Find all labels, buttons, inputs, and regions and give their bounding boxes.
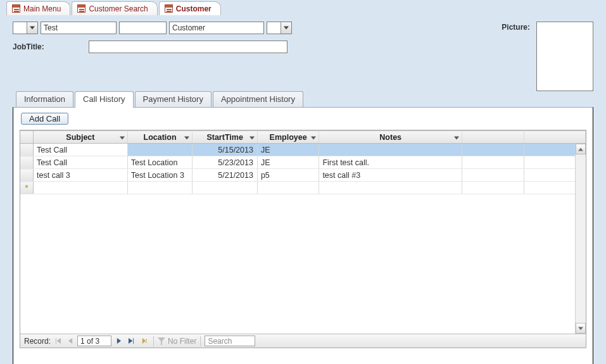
tab-information[interactable]: Information [16, 91, 73, 108]
row-selector[interactable] [20, 156, 34, 169]
cell-subject[interactable]: Test Call [34, 144, 128, 156]
scroll-up-icon[interactable] [576, 144, 586, 154]
row-selector[interactable] [20, 144, 34, 156]
chevron-down-icon[interactable] [454, 133, 459, 142]
vertical-scrollbar[interactable] [575, 144, 586, 334]
doc-tab-label: Customer Search [89, 4, 148, 13]
doc-tab-customer[interactable]: Customer [159, 1, 221, 15]
prefix-combo[interactable] [13, 22, 38, 34]
form-icon [12, 4, 20, 13]
col-blank-1[interactable] [462, 131, 524, 144]
nav-new-icon[interactable] [138, 336, 149, 347]
new-record-row[interactable]: * [20, 182, 586, 194]
col-starttime[interactable]: StartTime [193, 131, 258, 144]
call-grid: Subject Location StartTime Employee Note… [20, 130, 586, 348]
funnel-icon [158, 337, 165, 345]
col-blank-2[interactable] [524, 131, 585, 144]
col-employee[interactable]: Employee [257, 131, 319, 144]
cell-location[interactable]: Test Location [127, 156, 193, 169]
chevron-down-icon[interactable] [311, 133, 316, 142]
doc-tab-main-menu[interactable]: Main Menu [6, 1, 70, 15]
cell-starttime[interactable]: 5/15/2013 [193, 144, 258, 156]
tab-payment-history[interactable]: Payment History [135, 91, 211, 108]
scroll-down-icon[interactable] [576, 323, 586, 334]
select-all-handle[interactable] [20, 131, 34, 144]
chevron-down-icon[interactable] [120, 133, 125, 142]
col-location[interactable]: Location [127, 131, 193, 144]
last-name-input[interactable]: Customer [169, 22, 264, 34]
nav-prev-icon[interactable] [65, 336, 76, 347]
cell-location[interactable] [127, 144, 193, 156]
name-fields: Test Customer [13, 22, 292, 34]
cell-subject[interactable]: test call 3 [34, 169, 128, 182]
table-row[interactable]: test call 3 Test Location 3 5/21/2013 p5… [20, 169, 586, 182]
row-selector[interactable] [20, 169, 34, 182]
chevron-down-icon[interactable] [27, 22, 37, 34]
middle-name-input[interactable] [119, 22, 167, 34]
cell-employee[interactable]: JE [257, 144, 319, 156]
suffix-value [267, 27, 281, 29]
cell-notes[interactable] [319, 144, 462, 156]
form-icon [77, 4, 85, 13]
picture-box[interactable] [536, 22, 593, 91]
filter-indicator[interactable]: No Filter [158, 337, 196, 346]
doc-tab-label: Main Menu [23, 4, 61, 13]
suffix-combo[interactable] [267, 22, 292, 34]
jobtitle-input[interactable] [89, 41, 287, 53]
customer-form: Test Customer Picture: JobTitle: Informa… [0, 15, 606, 364]
grid-header-row: Subject Location StartTime Employee Note… [20, 131, 586, 144]
record-navigator: Record: 1 of 3 No Filter Search [20, 334, 586, 348]
detail-tab-bar: Information Call History Payment History… [13, 91, 593, 108]
col-subject[interactable]: Subject [34, 131, 128, 144]
filter-label: No Filter [168, 337, 196, 346]
cell-employee[interactable]: p5 [257, 169, 319, 182]
tab-appointment-history[interactable]: Appointment History [213, 91, 303, 108]
picture-label: Picture: [502, 22, 530, 32]
col-notes[interactable]: Notes [319, 131, 462, 144]
separator [153, 336, 154, 346]
chevron-down-icon[interactable] [184, 133, 189, 142]
table-row[interactable]: Test Call 5/15/2013 JE [20, 144, 586, 156]
table-row[interactable]: Test Call Test Location 5/23/2013 JE Fir… [20, 156, 586, 169]
record-label: Record: [24, 337, 51, 346]
chevron-down-icon[interactable] [281, 22, 291, 34]
doc-tab-label: Customer [176, 4, 211, 13]
form-icon [165, 4, 173, 13]
separator [200, 336, 201, 346]
cell-location[interactable]: Test Location 3 [127, 169, 193, 182]
add-call-button[interactable]: Add Call [21, 113, 68, 125]
tab-call-history[interactable]: Call History [75, 91, 133, 108]
nav-first-icon[interactable] [52, 336, 63, 347]
search-input[interactable]: Search [205, 336, 255, 346]
cell-starttime[interactable]: 5/23/2013 [193, 156, 258, 169]
cell-subject[interactable]: Test Call [34, 156, 128, 169]
first-name-input[interactable]: Test [41, 22, 117, 34]
prefix-value [13, 27, 27, 29]
nav-last-icon[interactable] [125, 336, 137, 347]
cell-employee[interactable]: JE [257, 156, 319, 169]
jobtitle-label: JobTitle: [13, 42, 82, 51]
doc-tab-customer-search[interactable]: Customer Search [72, 1, 157, 15]
cell-notes[interactable]: test call #3 [319, 169, 462, 182]
cell-starttime[interactable]: 5/21/2013 [193, 169, 258, 182]
call-history-page: Add Call Subject Location StartTime Empl… [13, 107, 593, 364]
cell-notes[interactable]: First test call. [319, 156, 462, 169]
chevron-down-icon[interactable] [249, 133, 255, 142]
nav-next-icon[interactable] [113, 336, 124, 347]
record-position-input[interactable]: 1 of 3 [77, 336, 111, 346]
document-tab-bar: Main Menu Customer Search Customer [0, 0, 606, 15]
new-record-icon[interactable]: * [20, 182, 34, 194]
